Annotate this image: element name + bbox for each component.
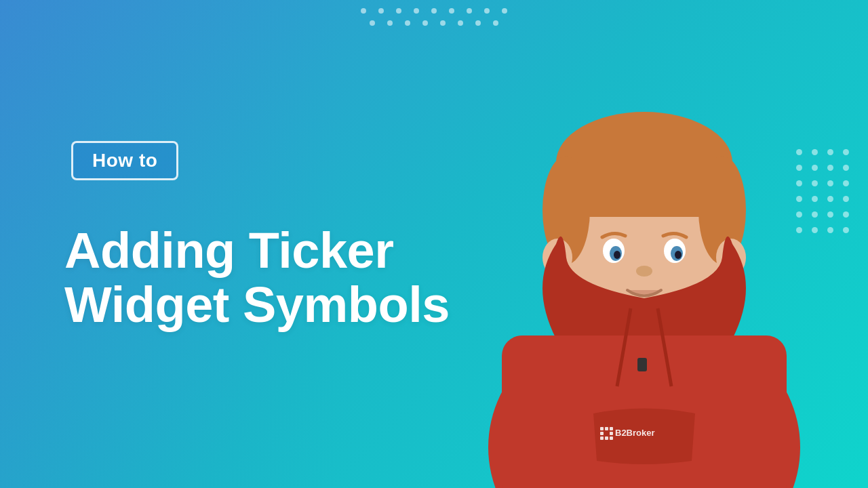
svg-rect-21 xyxy=(605,427,608,430)
dot xyxy=(361,8,366,14)
svg-rect-22 xyxy=(610,427,613,430)
svg-rect-27 xyxy=(610,436,613,440)
svg-point-14 xyxy=(675,251,682,259)
title-line-1: Adding Ticker xyxy=(64,224,450,278)
svg-rect-25 xyxy=(600,436,604,440)
how-to-label: How to xyxy=(92,150,157,171)
title-line-2: Widget Symbols xyxy=(64,278,450,332)
dot xyxy=(387,20,393,26)
svg-point-13 xyxy=(614,251,620,259)
dot xyxy=(414,8,419,14)
dot xyxy=(370,20,375,26)
svg-rect-26 xyxy=(605,436,608,440)
video-title: Adding Ticker Widget Symbols xyxy=(64,224,450,332)
svg-rect-23 xyxy=(600,432,604,435)
svg-rect-24 xyxy=(610,432,613,435)
svg-rect-19 xyxy=(637,358,647,371)
svg-text:B2Broker: B2Broker xyxy=(615,428,655,438)
svg-point-15 xyxy=(636,266,652,277)
dot xyxy=(396,8,401,14)
how-to-badge: How to xyxy=(71,141,178,180)
svg-rect-20 xyxy=(600,427,604,430)
dot xyxy=(378,8,384,14)
person-image: B2Broker xyxy=(420,0,868,488)
svg-rect-6 xyxy=(559,163,729,217)
video-frame: B2Broker How to Adding Ticker Widget Sym… xyxy=(0,0,868,488)
dot xyxy=(405,20,410,26)
